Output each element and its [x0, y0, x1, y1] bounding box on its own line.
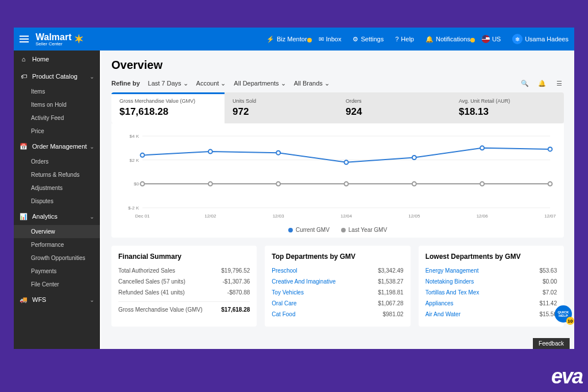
chevron-down-icon: ⌄: [90, 297, 94, 303]
sidebar-product-catalog[interactable]: 🏷 Product Catalog ⌄: [14, 68, 100, 85]
row-value: $1,538.27: [378, 278, 404, 285]
list-row: Air And Water$15.50: [425, 309, 557, 320]
row-value: -$870.88: [227, 289, 250, 296]
svg-point-14: [345, 160, 349, 164]
sidebar-items[interactable]: Items: [14, 85, 100, 98]
tag-icon: 🏷: [20, 72, 28, 80]
filter-date[interactable]: Last 7 Days⌄: [148, 80, 188, 87]
kpi-aur[interactable]: Avg. Unit Retail (AUR) $18.13: [451, 92, 564, 123]
bell-icon: 🔔: [425, 36, 434, 43]
row-label[interactable]: Appliances: [425, 300, 454, 306]
svg-point-13: [276, 151, 280, 155]
list-row: Tortillas And Tex Mex$7.02: [425, 287, 557, 298]
feedback-button[interactable]: Feedback: [533, 338, 570, 349]
svg-text:$0: $0: [134, 181, 139, 187]
inbox-link[interactable]: ✉ Inbox: [313, 36, 347, 43]
truck-icon: 🚚: [20, 296, 28, 304]
sidebar-file-center[interactable]: File Center: [14, 278, 100, 291]
filter-account[interactable]: Account⌄: [196, 80, 226, 87]
sidebar-wfs[interactable]: 🚚 WFS ⌄: [14, 291, 100, 308]
new-badge: [307, 38, 312, 42]
country-selector[interactable]: US: [476, 35, 506, 43]
svg-text:$-2 K: $-2 K: [128, 205, 140, 211]
quick-help-button[interactable]: QUICK HELP 10: [555, 305, 572, 323]
row-label: Cancelled Sales (57 units): [118, 278, 185, 285]
svg-point-12: [208, 150, 212, 154]
sidebar-payments[interactable]: Payments: [14, 265, 100, 278]
sidebar: ⌂ Home 🏷 Product Catalog ⌄ Items Items o…: [14, 51, 100, 349]
row-value: $53.63: [539, 267, 557, 274]
spark-icon: ✶: [74, 32, 84, 46]
help-link[interactable]: ? Help: [389, 36, 420, 42]
list-row: Creative And Imaginative$1,538.27: [272, 276, 403, 287]
svg-text:12/03: 12/03: [273, 214, 285, 219]
bolt-icon: ⚡: [266, 36, 274, 43]
svg-point-16: [480, 146, 484, 150]
row-label[interactable]: Creative And Imaginative: [272, 278, 335, 285]
quick-help-badge: 10: [566, 317, 574, 325]
chevron-down-icon: ⌄: [90, 73, 94, 80]
kpi-orders[interactable]: Orders 924: [338, 92, 451, 123]
row-label: Refunded Sales (41 units): [118, 289, 185, 296]
brand-logo[interactable]: Walmart Seller Center ✶: [36, 32, 84, 46]
svg-point-19: [208, 182, 212, 186]
sidebar-price[interactable]: Price: [14, 125, 100, 138]
main-content: Overview Refine by Last 7 Days⌄ Account⌄…: [101, 51, 574, 349]
refine-label: Refine by: [111, 80, 140, 87]
settings-link[interactable]: ⚙ Settings: [347, 36, 389, 43]
sidebar-returns[interactable]: Returns & Refunds: [14, 168, 100, 181]
menu-toggle[interactable]: [14, 36, 34, 42]
biz-mentor-link[interactable]: ⚡ Biz Mentor: [261, 36, 313, 43]
filter-dept[interactable]: All Departments⌄: [234, 80, 285, 87]
sidebar-order-mgmt[interactable]: 📅 Order Management ⌄: [14, 138, 100, 155]
list-row: Toy Vehicles$1,198.81: [272, 287, 403, 298]
row-label[interactable]: Air And Water: [425, 311, 461, 317]
sidebar-overview[interactable]: Overview: [14, 225, 100, 238]
sidebar-activity-feed[interactable]: Activity Feed: [14, 111, 100, 125]
sidebar-adjustments[interactable]: Adjustments: [14, 181, 100, 195]
lowest-departments-panel: Lowest Departments by GMV Energy Managem…: [419, 246, 564, 327]
row-value: $7.02: [543, 289, 557, 296]
list-row: Total Authorized Sales$19,796.52: [118, 265, 250, 276]
row-label[interactable]: Cat Food: [272, 311, 295, 317]
eva-watermark: eva: [551, 364, 582, 389]
svg-text:12/04: 12/04: [341, 214, 353, 219]
list-view-icon[interactable]: ☰: [555, 79, 564, 88]
user-menu[interactable]: ❄ Usama Hadees: [506, 34, 574, 44]
gmv-chart: $4 K$2 K$0$-2 KDec 0112/0212/0312/0412/0…: [119, 130, 556, 222]
row-label[interactable]: Energy Management: [425, 267, 479, 274]
alert-icon[interactable]: 🔔: [537, 79, 547, 88]
chart-card: $4 K$2 K$0$-2 KDec 0112/0212/0312/0412/0…: [111, 123, 564, 238]
sidebar-home[interactable]: ⌂ Home: [14, 51, 100, 68]
sidebar-items-hold[interactable]: Items on Hold: [14, 98, 100, 111]
list-row: Cancelled Sales (57 units)-$1,307.36: [118, 276, 250, 287]
kpi-units[interactable]: Units Sold 972: [225, 92, 338, 123]
row-value: $1,067.28: [378, 300, 404, 306]
svg-text:Dec 01: Dec 01: [135, 214, 150, 219]
row-label[interactable]: Notetaking Binders: [425, 278, 474, 285]
legend-last-year: Last Year GMV: [341, 227, 387, 233]
notifications-link[interactable]: 🔔 Notifications: [420, 36, 476, 43]
filter-brands[interactable]: All Brands⌄: [294, 80, 330, 87]
row-label[interactable]: Tortillas And Tex Mex: [425, 289, 479, 296]
svg-text:12/02: 12/02: [204, 214, 216, 219]
row-label[interactable]: Oral Care: [272, 300, 296, 306]
page-title: Overview: [111, 59, 564, 72]
list-row: Notetaking Binders$0.00: [425, 276, 557, 287]
sidebar-disputes[interactable]: Disputes: [14, 195, 100, 208]
svg-point-18: [141, 182, 145, 186]
sidebar-analytics[interactable]: 📊 Analytics ⌄: [14, 208, 100, 225]
row-label[interactable]: Preschool: [272, 267, 297, 274]
row-label[interactable]: Toy Vehicles: [272, 289, 304, 296]
kpi-gmv[interactable]: Gross Merchandise Value (GMV) $17,618.28: [111, 92, 225, 123]
avatar-icon: ❄: [512, 34, 523, 44]
row-value: $981.02: [383, 311, 404, 317]
list-row: Energy Management$53.63: [425, 265, 557, 276]
search-icon[interactable]: 🔍: [520, 79, 529, 88]
row-value: $3,342.49: [378, 267, 404, 274]
sidebar-performance[interactable]: Performance: [14, 238, 100, 251]
top-departments-panel: Top Departments by GMV Preschool$3,342.4…: [265, 246, 410, 327]
sidebar-growth[interactable]: Growth Opportunities: [14, 251, 100, 265]
sidebar-orders[interactable]: Orders: [14, 155, 100, 168]
svg-point-17: [548, 147, 552, 151]
